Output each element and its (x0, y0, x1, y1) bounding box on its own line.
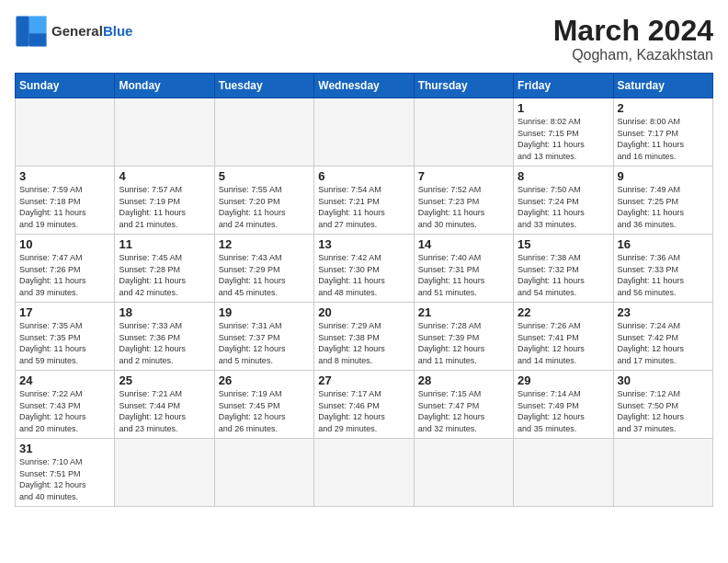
day-number: 20 (318, 305, 409, 319)
calendar-week-row: 17Sunrise: 7:35 AM Sunset: 7:35 PM Dayli… (16, 303, 713, 371)
day-number: 13 (318, 237, 409, 251)
day-number: 12 (219, 237, 310, 251)
calendar-cell: 15Sunrise: 7:38 AM Sunset: 7:32 PM Dayli… (514, 235, 613, 303)
day-number: 31 (19, 442, 110, 455)
day-info: Sunrise: 7:35 AM Sunset: 7:35 PM Dayligh… (19, 320, 110, 366)
day-info: Sunrise: 7:24 AM Sunset: 7:42 PM Dayligh… (618, 320, 709, 366)
day-number: 25 (119, 373, 210, 387)
calendar-cell: 5Sunrise: 7:55 AM Sunset: 7:20 PM Daylig… (214, 167, 313, 235)
calendar-cell: 10Sunrise: 7:47 AM Sunset: 7:26 PM Dayli… (16, 235, 115, 303)
calendar-cell: 31Sunrise: 7:10 AM Sunset: 7:51 PM Dayli… (16, 439, 115, 506)
day-number: 4 (119, 169, 210, 183)
day-number: 5 (219, 169, 310, 183)
col-header-saturday: Saturday (613, 74, 712, 98)
col-header-thursday: Thursday (414, 74, 513, 98)
day-info: Sunrise: 7:14 AM Sunset: 7:49 PM Dayligh… (518, 388, 609, 434)
day-info: Sunrise: 7:43 AM Sunset: 7:29 PM Dayligh… (219, 252, 310, 298)
day-number: 30 (618, 373, 709, 387)
calendar-cell: 13Sunrise: 7:42 AM Sunset: 7:30 PM Dayli… (314, 235, 414, 303)
calendar-cell (314, 98, 414, 167)
month-year-title: March 2024 (553, 15, 713, 47)
day-info: Sunrise: 7:29 AM Sunset: 7:38 PM Dayligh… (318, 320, 409, 366)
day-info: Sunrise: 7:28 AM Sunset: 7:39 PM Dayligh… (418, 320, 509, 366)
day-number: 8 (518, 169, 609, 183)
logo-text: GeneralBlue (51, 24, 132, 40)
calendar-cell: 28Sunrise: 7:15 AM Sunset: 7:47 PM Dayli… (414, 371, 513, 439)
calendar-cell: 9Sunrise: 7:49 AM Sunset: 7:25 PM Daylig… (613, 167, 712, 235)
calendar-week-row: 31Sunrise: 7:10 AM Sunset: 7:51 PM Dayli… (16, 439, 713, 506)
general-blue-logo-icon (15, 15, 48, 48)
day-info: Sunrise: 7:42 AM Sunset: 7:30 PM Dayligh… (318, 252, 409, 298)
calendar-cell: 14Sunrise: 7:40 AM Sunset: 7:31 PM Dayli… (414, 235, 513, 303)
day-number: 24 (19, 373, 110, 387)
day-info: Sunrise: 7:22 AM Sunset: 7:43 PM Dayligh… (19, 388, 110, 434)
day-info: Sunrise: 7:52 AM Sunset: 7:23 PM Dayligh… (418, 184, 509, 230)
svg-marker-1 (29, 16, 47, 33)
calendar-cell: 1Sunrise: 8:02 AM Sunset: 7:15 PM Daylig… (514, 98, 613, 167)
calendar-cell: 16Sunrise: 7:36 AM Sunset: 7:33 PM Dayli… (613, 235, 712, 303)
day-info: Sunrise: 7:49 AM Sunset: 7:25 PM Dayligh… (618, 184, 709, 230)
day-info: Sunrise: 7:21 AM Sunset: 7:44 PM Dayligh… (119, 388, 210, 434)
calendar-cell (115, 439, 214, 506)
day-number: 27 (318, 373, 409, 387)
day-number: 1 (518, 101, 609, 115)
calendar-cell: 3Sunrise: 7:59 AM Sunset: 7:18 PM Daylig… (16, 167, 115, 235)
calendar-cell: 12Sunrise: 7:43 AM Sunset: 7:29 PM Dayli… (214, 235, 313, 303)
day-number: 2 (618, 101, 709, 115)
calendar-week-row: 10Sunrise: 7:47 AM Sunset: 7:26 PM Dayli… (16, 235, 713, 303)
day-info: Sunrise: 7:15 AM Sunset: 7:47 PM Dayligh… (418, 388, 509, 434)
svg-rect-0 (16, 16, 28, 46)
calendar-cell: 21Sunrise: 7:28 AM Sunset: 7:39 PM Dayli… (414, 303, 513, 371)
day-info: Sunrise: 7:17 AM Sunset: 7:46 PM Dayligh… (318, 388, 409, 434)
title-block: March 2024 Qogham, Kazakhstan (553, 15, 713, 63)
day-number: 16 (618, 237, 709, 251)
day-info: Sunrise: 8:00 AM Sunset: 7:17 PM Dayligh… (618, 116, 709, 162)
calendar-cell: 11Sunrise: 7:45 AM Sunset: 7:28 PM Dayli… (115, 235, 214, 303)
location-subtitle: Qogham, Kazakhstan (553, 47, 713, 63)
calendar-cell: 27Sunrise: 7:17 AM Sunset: 7:46 PM Dayli… (314, 371, 414, 439)
calendar-cell (214, 98, 313, 167)
day-number: 21 (418, 305, 509, 319)
calendar-cell: 25Sunrise: 7:21 AM Sunset: 7:44 PM Dayli… (115, 371, 214, 439)
calendar-cell: 2Sunrise: 8:00 AM Sunset: 7:17 PM Daylig… (613, 98, 712, 167)
col-header-tuesday: Tuesday (214, 74, 313, 98)
calendar-cell (414, 439, 513, 506)
day-number: 22 (518, 305, 609, 319)
calendar-cell: 30Sunrise: 7:12 AM Sunset: 7:50 PM Dayli… (613, 371, 712, 439)
calendar-cell (115, 98, 214, 167)
day-number: 10 (19, 237, 110, 251)
day-info: Sunrise: 7:50 AM Sunset: 7:24 PM Dayligh… (518, 184, 609, 230)
day-info: Sunrise: 7:19 AM Sunset: 7:45 PM Dayligh… (219, 388, 310, 434)
day-number: 15 (518, 237, 609, 251)
day-info: Sunrise: 7:40 AM Sunset: 7:31 PM Dayligh… (418, 252, 509, 298)
calendar-cell: 8Sunrise: 7:50 AM Sunset: 7:24 PM Daylig… (514, 167, 613, 235)
col-header-sunday: Sunday (16, 74, 115, 98)
day-number: 7 (418, 169, 509, 183)
day-info: Sunrise: 7:26 AM Sunset: 7:41 PM Dayligh… (518, 320, 609, 366)
day-info: Sunrise: 7:54 AM Sunset: 7:21 PM Dayligh… (318, 184, 409, 230)
calendar-cell (214, 439, 313, 506)
calendar-cell (514, 439, 613, 506)
calendar-cell: 24Sunrise: 7:22 AM Sunset: 7:43 PM Dayli… (16, 371, 115, 439)
calendar-week-row: 1Sunrise: 8:02 AM Sunset: 7:15 PM Daylig… (16, 98, 713, 167)
calendar-table: SundayMondayTuesdayWednesdayThursdayFrid… (15, 73, 713, 506)
calendar-cell: 19Sunrise: 7:31 AM Sunset: 7:37 PM Dayli… (214, 303, 313, 371)
svg-marker-2 (29, 33, 47, 46)
calendar-cell (314, 439, 414, 506)
day-info: Sunrise: 7:36 AM Sunset: 7:33 PM Dayligh… (618, 252, 709, 298)
day-info: Sunrise: 7:47 AM Sunset: 7:26 PM Dayligh… (19, 252, 110, 298)
day-info: Sunrise: 7:10 AM Sunset: 7:51 PM Dayligh… (19, 456, 110, 502)
day-number: 14 (418, 237, 509, 251)
calendar-cell: 6Sunrise: 7:54 AM Sunset: 7:21 PM Daylig… (314, 167, 414, 235)
day-number: 26 (219, 373, 310, 387)
col-header-monday: Monday (115, 74, 214, 98)
calendar-cell: 23Sunrise: 7:24 AM Sunset: 7:42 PM Dayli… (613, 303, 712, 371)
day-info: Sunrise: 7:59 AM Sunset: 7:18 PM Dayligh… (19, 184, 110, 230)
logo: GeneralBlue (15, 15, 132, 48)
calendar-cell: 4Sunrise: 7:57 AM Sunset: 7:19 PM Daylig… (115, 167, 214, 235)
day-number: 19 (219, 305, 310, 319)
day-info: Sunrise: 7:38 AM Sunset: 7:32 PM Dayligh… (518, 252, 609, 298)
calendar-week-row: 24Sunrise: 7:22 AM Sunset: 7:43 PM Dayli… (16, 371, 713, 439)
day-info: Sunrise: 8:02 AM Sunset: 7:15 PM Dayligh… (518, 116, 609, 162)
day-info: Sunrise: 7:57 AM Sunset: 7:19 PM Dayligh… (119, 184, 210, 230)
